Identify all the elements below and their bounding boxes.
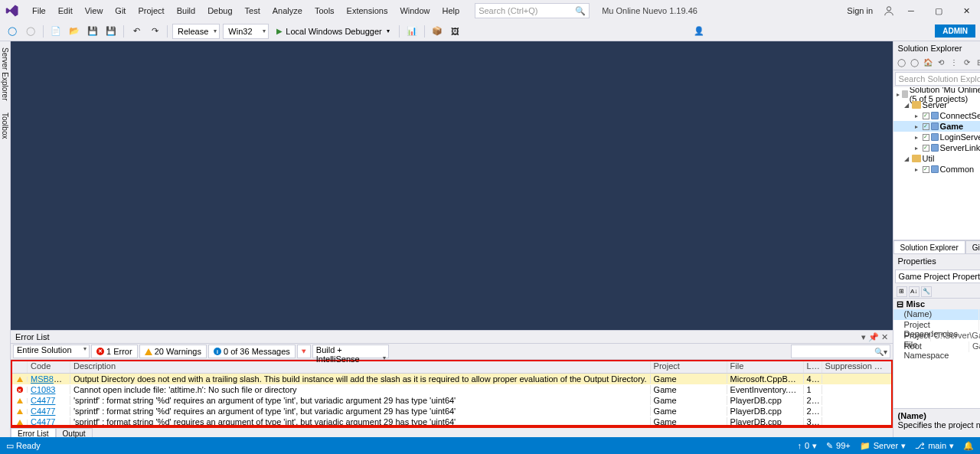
error-row[interactable]: MSB8004Output Directory does not end wit…	[12, 374, 891, 384]
source-dropdown[interactable]: Build + IntelliSense	[312, 345, 389, 358]
panel-close-icon[interactable]: ✕	[881, 332, 888, 342]
properties-object-dropdown[interactable]: Game Project Properties	[895, 269, 980, 283]
prop-file[interactable]: Project FileC:\Server\Game\Game.vcxproj	[893, 331, 980, 341]
status-add[interactable]: ↑ 0 ▾	[797, 441, 817, 451]
messages-filter-chip[interactable]: i0 of 36 Messages	[208, 345, 296, 358]
tab-output[interactable]: Output	[56, 428, 93, 437]
project-common[interactable]: ▸✓Common	[893, 164, 980, 175]
menu-git[interactable]: Git	[109, 3, 132, 18]
minimize-button[interactable]: ─	[900, 3, 922, 18]
save-all-button[interactable]: 💾	[103, 24, 119, 39]
open-button[interactable]: 📂	[67, 24, 82, 39]
menu-edit[interactable]: Edit	[52, 3, 79, 18]
config-dropdown[interactable]: Release	[172, 24, 220, 39]
menu-window[interactable]: Window	[394, 3, 436, 18]
properties-toolbar: ⊞ A↓ 🔧	[893, 285, 980, 299]
admin-badge: ADMIN	[935, 24, 975, 38]
vs-logo	[3, 2, 21, 20]
error-list-filters: Entire Solution ✕1 Error 20 Warnings i0 …	[11, 343, 893, 360]
save-button[interactable]: 💾	[85, 24, 100, 39]
solution-explorer-title-bar: Solution Explorer ▾📌✕	[893, 41, 980, 55]
properties-description: (Name) Specifies the project name.	[893, 408, 980, 437]
errors-filter-chip[interactable]: ✕1 Error	[91, 345, 138, 358]
main-toolbar: ◯ ◯ 📄 📂 💾 💾 ↶ ↷ Release Win32 ▶ Local Wi…	[0, 21, 980, 41]
nav-fwd-button[interactable]: ◯	[23, 24, 38, 39]
error-list-title: Error List	[15, 332, 50, 341]
undo-button[interactable]: ↶	[129, 24, 144, 39]
error-list-header: Code Description Project File Line Suppr…	[12, 361, 891, 374]
start-debugger-button[interactable]: ▶ Local Windows Debugger ▾	[272, 24, 394, 39]
nav-back-button[interactable]: ◯	[5, 24, 20, 39]
solution-explorer-toolbar: ◯ ◯ 🏠 ⟲ ⋮ ⟳ ⊟ 📄 🔧 ▭	[893, 55, 980, 70]
global-search-input[interactable]: Search (Ctrl+Q) 🔍	[475, 3, 590, 18]
status-bar: ▭ Ready ↑ 0 ▾ ✎ 99+ 📁 Server ▾ ⎇ main ▾ …	[0, 437, 980, 454]
prop-dependencies[interactable]: Project Dependencies	[893, 320, 980, 331]
tab-error-list[interactable]: Error List	[11, 428, 56, 437]
search-icon: 🔍	[575, 6, 586, 16]
panel-pin-icon[interactable]: 📌	[868, 332, 879, 342]
menu-project[interactable]: Project	[132, 3, 170, 18]
menu-debug[interactable]: Debug	[201, 3, 238, 18]
project-game[interactable]: ▸✓Game	[893, 121, 980, 132]
fwd-icon[interactable]: ◯	[910, 57, 920, 68]
status-edits[interactable]: ✎ 99+	[826, 441, 851, 451]
toolbox-tab[interactable]: Toolbox	[0, 109, 10, 142]
menu-build[interactable]: Build	[171, 3, 201, 18]
server-explorer-tab[interactable]: Server Explorer	[0, 44, 10, 103]
alphabetical-icon[interactable]: A↓	[909, 286, 920, 297]
sync-icon[interactable]: ⟲	[936, 57, 946, 68]
status-bell-icon[interactable]: 🔔	[963, 441, 974, 451]
back-icon[interactable]: ◯	[897, 57, 907, 68]
filter-button[interactable]: 🔻	[297, 345, 311, 358]
tool-button-3[interactable]: 🖼	[448, 24, 463, 39]
search-icon: 🔍▾	[872, 348, 890, 356]
error-list-search[interactable]: 🔍▾	[791, 345, 890, 358]
maximize-button[interactable]: ▢	[928, 3, 949, 18]
menu-test[interactable]: Test	[239, 3, 266, 18]
error-row[interactable]: C4477'sprintf' : format string '%d' requ…	[12, 416, 891, 425]
menu-view[interactable]: View	[79, 3, 109, 18]
project-serverlink[interactable]: ▸✓ServerLink	[893, 142, 980, 153]
live-share-button[interactable]: 👤	[692, 24, 706, 38]
panel-options-icon[interactable]: ▾	[861, 332, 866, 342]
categorized-icon[interactable]: ⊞	[897, 286, 907, 297]
platform-dropdown[interactable]: Win32	[223, 24, 269, 39]
refresh-icon[interactable]: ⟳	[962, 57, 972, 68]
wrench-icon[interactable]: 🔧	[921, 286, 932, 297]
status-branch[interactable]: ⎇ main ▾	[915, 441, 954, 451]
project-connectserver[interactable]: ▸✓ConnectServer	[893, 110, 980, 121]
tab-solution-explorer[interactable]: Solution Explorer	[893, 240, 965, 253]
menu-help[interactable]: Help	[436, 3, 466, 18]
folder-util[interactable]: ◢Util	[893, 153, 980, 164]
collapse-icon[interactable]: ⊟	[975, 57, 980, 68]
menu-tools[interactable]: Tools	[309, 3, 341, 18]
tool-icon[interactable]: ⋮	[949, 57, 959, 68]
error-row[interactable]: ✕C1083Cannot open include file: 'atltime…	[12, 384, 891, 395]
menu-items: File Edit View Git Project Build Debug T…	[26, 3, 466, 18]
bottom-tabs: Error List Output	[11, 426, 893, 437]
close-button[interactable]: ✕	[956, 3, 977, 18]
menu-extensions[interactable]: Extensions	[341, 3, 394, 18]
svg-point-0	[887, 7, 890, 11]
home-icon[interactable]: 🏠	[923, 57, 933, 68]
signin-link[interactable]: Sign in	[842, 3, 877, 18]
tool-button-1[interactable]: 📊	[404, 24, 420, 39]
solution-explorer-search[interactable]: Search Solution Explorer (Ctrl+;) 🔍▾	[895, 72, 980, 86]
prop-name[interactable]: (Name)Game	[893, 309, 980, 320]
status-repo[interactable]: 📁 Server ▾	[860, 441, 906, 451]
new-project-button[interactable]: 📄	[48, 24, 64, 39]
solution-node[interactable]: ▸Solution 'Mu Online Nuevo 1.19.46' (5 o…	[893, 89, 980, 100]
prop-namespace[interactable]: Root NamespaceGameServer_Nuevo	[893, 341, 980, 352]
project-loginserver[interactable]: ▸✓LoginServer	[893, 132, 980, 142]
scope-dropdown[interactable]: Entire Solution	[13, 345, 90, 358]
properties-grid: ⊟Misc (Name)Game Project Dependencies Pr…	[893, 299, 980, 408]
warnings-filter-chip[interactable]: 20 Warnings	[139, 345, 207, 358]
category-misc[interactable]: ⊟Misc	[893, 299, 980, 309]
menu-file[interactable]: File	[26, 3, 52, 18]
tool-button-2[interactable]: 📦	[430, 24, 445, 39]
menu-analyze[interactable]: Analyze	[266, 3, 309, 18]
tab-git-changes[interactable]: Git Changes	[965, 240, 980, 253]
error-row[interactable]: C4477'sprintf' : format string '%d' requ…	[12, 406, 891, 416]
error-row[interactable]: C4477'sprintf' : format string '%d' requ…	[12, 395, 891, 406]
redo-button[interactable]: ↷	[147, 24, 162, 39]
